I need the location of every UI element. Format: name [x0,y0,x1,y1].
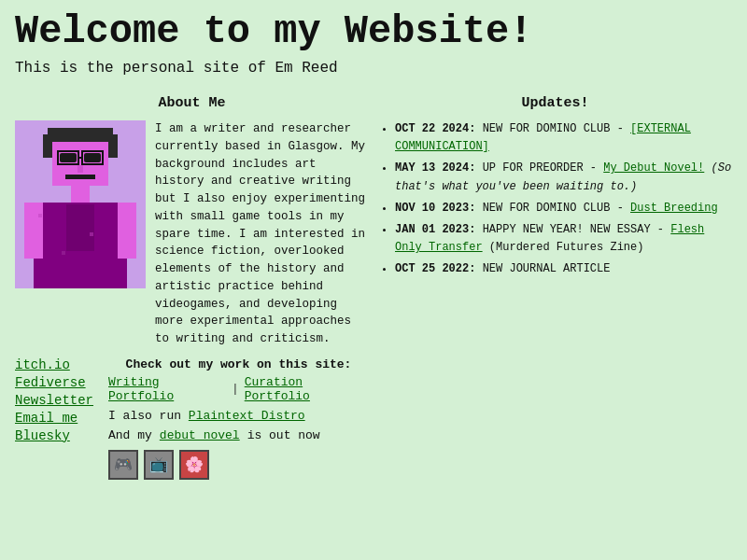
icon-box-3: 🌸 [179,450,209,480]
update-date-5: OCT 25 2022: [395,262,475,275]
update-item-4: JAN 01 2023: HAPPY NEW YEAR! NEW ESSAY -… [395,221,732,257]
also-run: I also run Plaintext Distro [108,409,369,423]
check-label: Check out my work on this site: [108,357,369,371]
about-section-title: About Me [15,95,369,111]
debut-row: And my debut novel is out now [108,428,369,442]
itch-link[interactable]: itch.io [15,357,93,372]
update-link-3[interactable]: Dust Breeding [630,202,718,215]
svg-rect-2 [48,128,113,142]
svg-rect-18 [90,232,93,236]
page-subtitle: This is the personal site of Em Reed [15,60,732,77]
update-prefix-3: NEW FOR DOMINO CLUB - [483,202,624,215]
update-prefix-4: HAPPY NEW YEAR! NEW ESSAY - [483,223,664,236]
links-left: itch.io Fediverse Newsletter Email me Bl… [15,357,93,480]
update-prefix-5: NEW JOURNAL ARTICLE [483,262,611,275]
bluesky-link[interactable]: Bluesky [15,428,93,443]
portfolio-links: Writing Portfolio | Curation Portfolio [108,375,369,403]
links-area: itch.io Fediverse Newsletter Email me Bl… [15,357,369,480]
svg-rect-10 [78,165,83,173]
updates-list: OCT 22 2024: NEW FOR DOMINO CLUB - [EXTE… [378,120,732,279]
icon-box-1: 🎮 [108,450,138,480]
svg-rect-6 [84,153,101,162]
update-date-1: OCT 22 2024: [395,122,475,135]
svg-rect-4 [108,134,118,158]
svg-rect-17 [38,214,42,217]
update-date-3: NOV 10 2023: [395,202,475,215]
curation-portfolio-link[interactable]: Curation Portfolio [245,375,369,403]
avatar [15,120,146,288]
small-icons-row: 🎮 📺 🌸 [108,450,369,480]
links-two-col: itch.io Fediverse Newsletter Email me Bl… [15,357,369,480]
right-column: Updates! OCT 22 2024: NEW FOR DOMINO CLU… [378,95,732,480]
svg-rect-11 [65,175,95,179]
left-column: About Me [15,95,369,480]
email-link[interactable]: Email me [15,411,93,426]
svg-rect-3 [43,134,52,158]
update-suffix-4: (Murdered Futures Zine) [489,241,644,254]
fediverse-link[interactable]: Fediverse [15,375,93,390]
update-item-3: NOV 10 2023: NEW FOR DOMINO CLUB - Dust … [395,200,732,217]
writing-portfolio-link[interactable]: Writing Portfolio [108,375,226,403]
update-item-5: OCT 25 2022: NEW JOURNAL ARTICLE [395,260,732,278]
updates-section-title: Updates! [378,95,732,111]
debut-novel-link[interactable]: debut novel [160,428,240,442]
svg-rect-12 [71,186,90,204]
svg-rect-5 [60,153,77,162]
page-title: Welcome to my Website! [15,9,732,54]
update-prefix-2: UP FOR PREORDER - [483,161,597,175]
update-date-2: MAY 13 2024: [395,161,475,175]
svg-rect-14 [66,204,94,251]
update-prefix-1: NEW FOR DOMINO CLUB - [483,122,624,135]
check-area: Check out my work on this site: Writing … [108,357,369,480]
plaintext-distro-link[interactable]: Plaintext Distro [189,409,305,423]
about-inner: I am a writer and researcher currently b… [15,120,369,348]
svg-rect-15 [24,203,43,259]
update-item-1: OCT 22 2024: NEW FOR DOMINO CLUB - [EXTE… [395,120,732,156]
about-text: I am a writer and researcher currently b… [155,120,369,348]
update-link-2[interactable]: My Debut Novel! [603,161,704,175]
icon-box-2: 📺 [144,450,174,480]
update-date-4: JAN 01 2023: [395,223,475,236]
svg-rect-19 [62,251,65,255]
newsletter-link[interactable]: Newsletter [15,393,93,408]
avatar-image [15,120,146,288]
svg-rect-16 [118,203,136,259]
separator: | [232,382,239,396]
update-item-2: MAY 13 2024: UP FOR PREORDER - My Debut … [395,160,732,195]
